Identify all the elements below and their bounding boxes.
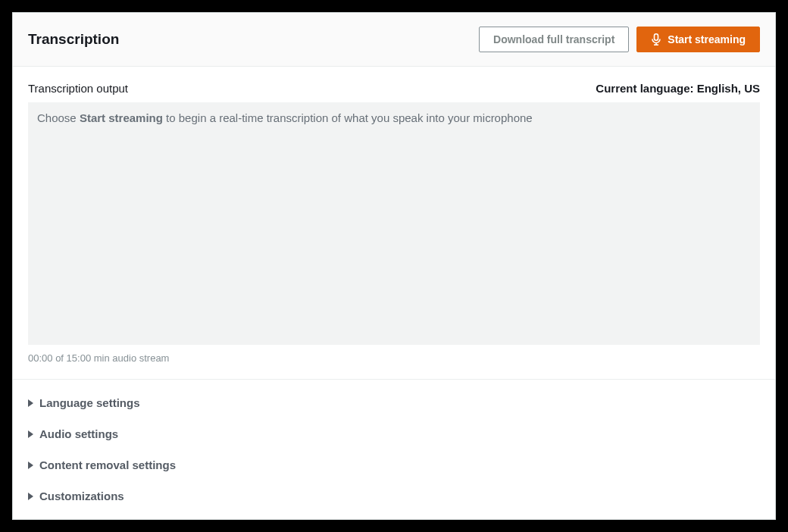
chevron-right-icon	[28, 399, 33, 407]
accordion-label: Customizations	[39, 490, 124, 502]
placeholder-prefix: Choose	[37, 111, 80, 124]
accordion-language-settings[interactable]: Language settings	[28, 387, 760, 418]
panel-title: Transcription	[28, 31, 119, 48]
start-streaming-button[interactable]: Start streaming	[636, 27, 760, 52]
accordion-label: Audio settings	[39, 427, 118, 440]
download-transcript-label: Download full transcript	[493, 33, 614, 45]
chevron-right-icon	[28, 493, 33, 500]
panel-content: Transcription output Current language: E…	[13, 67, 775, 364]
accordion-label: Language settings	[39, 396, 140, 409]
start-streaming-label: Start streaming	[668, 33, 746, 45]
output-placeholder: Choose Start streaming to begin a real-t…	[37, 111, 533, 124]
transcription-output-area: Choose Start streaming to begin a real-t…	[28, 102, 760, 345]
header-actions: Download full transcript Start streaming	[479, 27, 760, 52]
placeholder-suffix: to begin a real-time transcription of wh…	[163, 111, 533, 124]
output-header: Transcription output Current language: E…	[28, 82, 760, 95]
microphone-icon	[651, 33, 661, 45]
placeholder-strong: Start streaming	[80, 111, 163, 124]
download-transcript-button[interactable]: Download full transcript	[479, 27, 629, 52]
accordion-content-removal-settings[interactable]: Content removal settings	[28, 449, 760, 480]
output-title: Transcription output	[28, 82, 128, 95]
accordion-customizations[interactable]: Customizations	[28, 480, 760, 512]
svg-rect-0	[655, 34, 658, 41]
current-language-label: Current language: English, US	[596, 82, 760, 95]
accordion-label: Content removal settings	[39, 458, 176, 471]
panel-header: Transcription Download full transcript S…	[13, 13, 775, 67]
settings-accordion: Language settings Audio settings Content…	[13, 380, 775, 520]
chevron-right-icon	[28, 462, 33, 469]
chevron-right-icon	[28, 430, 33, 438]
stream-status-text: 00:00 of 15:00 min audio stream	[28, 352, 760, 364]
accordion-audio-settings[interactable]: Audio settings	[28, 418, 760, 449]
transcription-panel: Transcription Download full transcript S…	[12, 12, 776, 520]
